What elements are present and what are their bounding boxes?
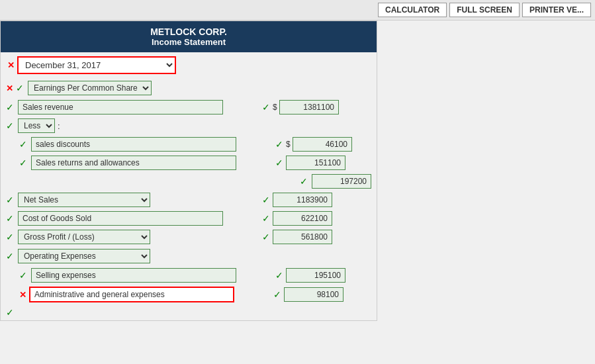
operating-expenses-dropdown[interactable]: Operating Expenses (18, 249, 150, 263)
selling-expenses-input[interactable] (31, 268, 236, 283)
date-close-icon[interactable]: ✕ (7, 60, 15, 70)
subtotal-row: ✓ (1, 172, 377, 191)
gross-profit-dropdown[interactable]: Gross Profit / (Loss) (18, 230, 150, 244)
sales-returns-value[interactable] (286, 156, 345, 170)
gross-profit-row: ✓ Gross Profit / (Loss) ✓ (1, 228, 377, 246)
gross-profit-value-check: ✓ (262, 232, 271, 242)
cogs-input[interactable] (18, 211, 223, 226)
operating-check: ✓ (6, 251, 15, 261)
sales-returns-input[interactable] (31, 156, 236, 170)
admin-expenses-input[interactable] (29, 287, 234, 302)
earnings-row: ✕ ✓ Earnings Per Common Share (1, 78, 377, 98)
selling-check: ✓ (19, 270, 28, 281)
income-statement-panel: METLOCK CORP. Income Statement ✕ Decembe… (0, 21, 377, 321)
gross-profit-value[interactable] (273, 230, 332, 244)
net-sales-value[interactable] (273, 193, 332, 207)
sales-discounts-input[interactable] (31, 137, 236, 152)
calculator-button[interactable]: CALCULATOR (378, 3, 447, 17)
sales-returns-row: ✓ ✓ (14, 154, 377, 172)
cogs-value-check: ✓ (262, 213, 271, 224)
earnings-dropdown[interactable]: Earnings Per Common Share (28, 81, 152, 95)
cogs-check: ✓ (6, 213, 15, 224)
sales-revenue-value[interactable] (279, 100, 339, 114)
less-dropdown[interactable]: Less (18, 118, 55, 133)
subtotal-check: ✓ (300, 176, 309, 187)
cogs-row: ✓ ✓ (1, 209, 377, 228)
sales-returns-value-check: ✓ (275, 158, 285, 168)
selling-expenses-row: ✓ ✓ (14, 266, 377, 285)
sales-revenue-row: ✓ ✓ $ (1, 98, 377, 116)
sales-revenue-check-icon: ✓ (6, 102, 15, 113)
date-row: ✕ December 31, 2017 (1, 52, 377, 78)
discounts-dollar-sign: $ (286, 140, 291, 149)
company-name: METLOCK CORP. (7, 26, 370, 37)
fullscreen-button[interactable]: FULL SCREEN (449, 3, 520, 17)
toolbar: CALCULATOR FULL SCREEN PRINTER VE... (0, 0, 595, 21)
net-sales-row: ✓ Net Sales ✓ (1, 191, 377, 209)
cogs-value[interactable] (273, 211, 332, 226)
bottom-check-icon: ✓ (6, 307, 15, 318)
sales-dollar-sign: $ (273, 103, 278, 112)
sales-returns-check: ✓ (19, 158, 28, 168)
sales-discounts-value-check: ✓ (275, 139, 285, 150)
sales-revenue-input[interactable] (18, 100, 223, 114)
printer-button[interactable]: PRINTER VE... (522, 3, 591, 17)
net-sales-check: ✓ (6, 195, 15, 205)
operating-expenses-row: ✓ Operating Expenses (1, 246, 377, 266)
date-select[interactable]: December 31, 2017 (17, 56, 176, 74)
admin-close-icon[interactable]: ✕ (19, 290, 26, 300)
less-row: ✓ Less : (1, 116, 377, 135)
admin-expenses-value[interactable] (284, 287, 343, 302)
sales-revenue-value-check: ✓ (262, 102, 271, 113)
net-sales-dropdown[interactable]: Net Sales (18, 193, 150, 207)
sales-discounts-row: ✓ ✓ $ (14, 135, 377, 154)
sales-discounts-check: ✓ (19, 139, 28, 150)
selling-expenses-value[interactable] (286, 268, 345, 283)
net-sales-value-check: ✓ (262, 195, 271, 205)
selling-value-check: ✓ (275, 270, 285, 281)
earnings-check-icon: ✓ (16, 83, 25, 93)
company-header: METLOCK CORP. Income Statement (1, 21, 377, 52)
bottom-check-row: ✓ (1, 304, 377, 320)
sales-discounts-value[interactable] (293, 137, 352, 152)
gross-profit-check: ✓ (6, 232, 15, 242)
subtotal-value[interactable] (312, 174, 371, 189)
earnings-close-icon[interactable]: ✕ (6, 83, 13, 93)
admin-expenses-row: ✕ ✓ (14, 285, 377, 304)
admin-value-check: ✓ (273, 289, 283, 300)
statement-title: Income Statement (7, 37, 370, 47)
less-check-icon: ✓ (6, 120, 15, 131)
